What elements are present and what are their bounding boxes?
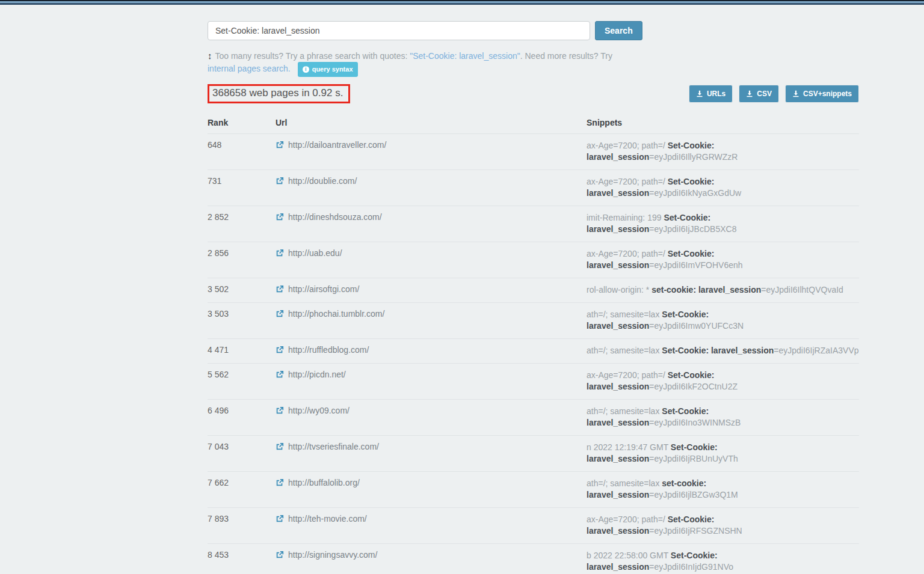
result-url-link[interactable]: http://wy09.com/ (276, 406, 350, 415)
result-snippet: ath=/; samesite=lax Set-Cookie: laravel_… (587, 400, 859, 436)
result-url-link[interactable]: http://uab.edu/ (276, 248, 342, 258)
result-url-link[interactable]: http://signingsavvy.com/ (276, 550, 377, 560)
result-url-text: http://teh-movie.com/ (288, 514, 367, 524)
result-url-text: http://doublie.com/ (288, 176, 357, 186)
search-button[interactable]: Search (595, 21, 642, 40)
quoted-search-link[interactable]: "Set-Cookie: laravel_session" (410, 51, 520, 61)
snippet-prefix: imit-Remaining: 199 (587, 213, 664, 222)
result-url-cell: http://airsoftgi.com/ (276, 278, 587, 303)
snippet-value: =eyJpdiI6ImVFOHV6enh (649, 260, 742, 270)
result-snippet: b 2022 22:58:00 GMT Set-Cookie:laravel_s… (587, 544, 859, 574)
result-rank: 2 856 (208, 242, 276, 278)
table-row: 3 502http://airsoftgi.com/rol-allow-orig… (208, 278, 859, 303)
result-rank: 2 852 (208, 206, 276, 242)
result-snippet: ath=/; samesite=lax Set-Cookie:laravel_s… (587, 303, 859, 339)
result-url-link[interactable]: http://teh-movie.com/ (276, 514, 367, 524)
snippet-prefix: ax-Age=7200; path=/ (587, 370, 668, 380)
result-url-cell: http://doublie.com/ (276, 170, 587, 206)
main-content: Search ↕Too many results? Try a phrase s… (208, 21, 859, 574)
result-rank: 7 662 (208, 472, 276, 508)
search-bar: Search (208, 21, 859, 40)
result-url-cell: http://uab.edu/ (276, 242, 587, 278)
result-url-link[interactable]: http://dailoantraveller.com/ (276, 140, 386, 150)
snippets-column-header: Snippets (587, 113, 859, 134)
result-url-cell: http://phochai.tumblr.com/ (276, 303, 587, 339)
hint-text-middle: . Need more results? Try (520, 51, 612, 61)
snippet-value: =eyJpdiI6IkF2OCtnU2Z (649, 382, 738, 391)
external-link-icon (276, 176, 284, 185)
rank-column-header: Rank (208, 113, 276, 134)
result-rank: 4 471 (208, 339, 276, 364)
external-link-icon (276, 345, 284, 354)
result-url-text: http://dailoantraveller.com/ (288, 140, 386, 150)
result-url-link[interactable]: http://tvseriesfinale.com/ (276, 442, 379, 451)
result-url-link[interactable]: http://doublie.com/ (276, 176, 357, 186)
results-table: Rank Url Snippets 648http://dailoantrave… (208, 113, 859, 574)
export-csv-snippets-button[interactable]: CSV+snippets (785, 85, 859, 103)
info-icon: i (303, 66, 309, 73)
result-url-link[interactable]: http://picdn.net/ (276, 370, 346, 379)
result-snippet: n 2022 12:19:47 GMT Set-Cookie:laravel_s… (587, 436, 859, 472)
table-header-row: Rank Url Snippets (208, 113, 859, 134)
snippet-prefix: ax-Age=7200; path=/ (587, 514, 668, 524)
table-row: 7 893http://teh-movie.com/ax-Age=7200; p… (208, 508, 859, 544)
table-row: 648http://dailoantraveller.com/ax-Age=72… (208, 134, 859, 170)
table-row: 2 852http://dineshdsouza.com/imit-Remain… (208, 206, 859, 242)
result-rank: 7 893 (208, 508, 276, 544)
result-url-text: http://wy09.com/ (288, 406, 350, 415)
external-link-icon (276, 478, 284, 487)
snippet-value: =eyJpdiI6IjlBZGw3Q1M (649, 490, 738, 499)
query-syntax-label: query syntax (312, 63, 353, 75)
result-url-text: http://signingsavvy.com/ (288, 550, 377, 560)
snippet-prefix: ath=/; samesite=lax (587, 406, 662, 416)
snippet-prefix: n 2022 12:19:47 GMT (587, 442, 671, 452)
snippet-prefix: b 2022 22:58:00 GMT (587, 551, 671, 560)
result-url-link[interactable]: http://airsoftgi.com/ (276, 284, 359, 294)
top-navbar-strip (0, 0, 924, 5)
result-url-text: http://phochai.tumblr.com/ (288, 309, 384, 319)
snippet-value: =eyJpdiI6Imw0YUFCc3N (649, 321, 744, 331)
result-rank: 731 (208, 170, 276, 206)
external-link-icon (276, 309, 284, 318)
result-url-cell: http://buffalolib.org/ (276, 472, 587, 508)
snippet-value: =eyJpdiI6IjRFSGZNSHN (649, 526, 742, 536)
external-link-icon (276, 442, 284, 451)
snippet-prefix: ax-Age=7200; path=/ (587, 141, 668, 150)
export-urls-button[interactable]: URLs (689, 85, 733, 103)
external-link-icon (276, 406, 284, 415)
export-buttons: URLsCSVCSV+snippets (683, 85, 859, 103)
search-input[interactable] (208, 21, 590, 40)
result-url-link[interactable]: http://phochai.tumblr.com/ (276, 309, 384, 319)
result-rank: 3 502 (208, 278, 276, 303)
query-syntax-badge[interactable]: iquery syntax (298, 62, 358, 77)
result-url-cell: http://picdn.net/ (276, 364, 587, 400)
snippet-prefix: ax-Age=7200; path=/ (587, 249, 668, 258)
table-row: 4 471http://ruffledblog.com/ath=/; sames… (208, 339, 859, 364)
results-bar: 368658 web pages in 0.92 s. URLsCSVCSV+s… (208, 84, 859, 103)
external-link-icon (276, 514, 284, 523)
result-snippet: ax-Age=7200; path=/ Set-Cookie:laravel_s… (587, 242, 859, 278)
snippet-value: =eyJpdiI6IjRBUnUyVTh (649, 454, 738, 463)
table-row: 8 453http://signingsavvy.com/b 2022 22:5… (208, 544, 859, 574)
result-url-text: http://dineshdsouza.com/ (288, 212, 382, 222)
result-url-cell: http://signingsavvy.com/ (276, 544, 587, 574)
result-rank: 7 043 (208, 436, 276, 472)
snippet-value: =eyJpdiI6InIjdG91NVo (649, 562, 733, 572)
snippet-prefix: rol-allow-origin: * (587, 285, 651, 295)
snippet-value: =eyJpdiI6IlhtQVQvaId (761, 285, 843, 295)
external-link-icon (276, 550, 284, 559)
result-url-link[interactable]: http://ruffledblog.com/ (276, 345, 369, 355)
result-url-link[interactable]: http://buffalolib.org/ (276, 478, 360, 487)
snippet-keyword: Set-Cookie: laravel_session (662, 346, 774, 355)
result-url-text: http://tvseriesfinale.com/ (288, 442, 379, 451)
external-link-icon (276, 284, 284, 293)
export-csv-button[interactable]: CSV (739, 85, 779, 103)
result-url-link[interactable]: http://dineshdsouza.com/ (276, 212, 382, 222)
result-count-text: 368658 web pages in 0.92 s. (212, 87, 343, 99)
download-icon (746, 90, 753, 97)
snippet-value: =eyJpdiI6IllyRGRWZzR (649, 152, 738, 162)
snippet-prefix: ax-Age=7200; path=/ (587, 177, 668, 186)
result-url-text: http://uab.edu/ (288, 248, 342, 258)
external-link-icon (276, 212, 284, 221)
internal-pages-search-link[interactable]: internal pages search. (208, 64, 291, 73)
